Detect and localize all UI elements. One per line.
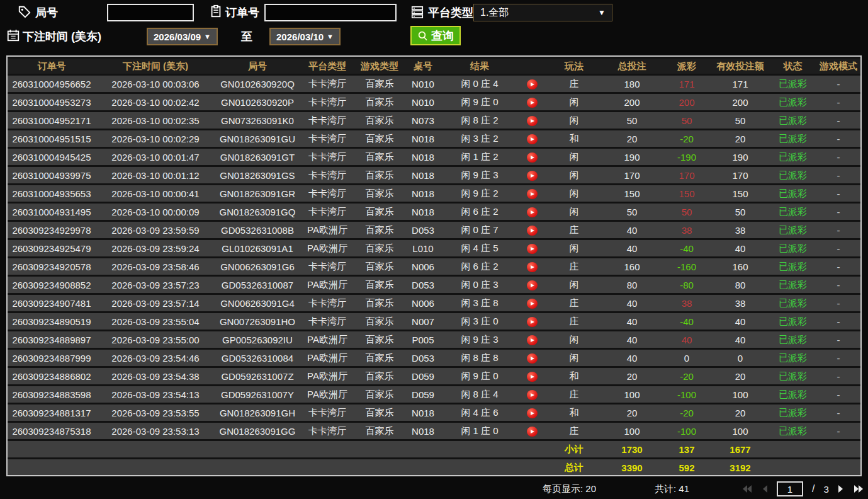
cell-table-no: N018: [404, 167, 442, 183]
cell-game-mode: -: [816, 185, 860, 202]
table-row[interactable]: 260309234908852 2026-03-09 23:57:23 GD05…: [8, 277, 860, 293]
cell-payout: -40: [662, 313, 711, 330]
cell-order-no: 260309234881317: [8, 404, 96, 421]
table-row[interactable]: 260310004939975 2026-03-10 00:01:12 GN01…: [8, 167, 860, 183]
play-video-icon[interactable]: [527, 280, 538, 290]
cell-table-no: N018: [404, 204, 442, 220]
cell-result: 闲 0 庄 4: [442, 76, 517, 92]
next-page-icon[interactable]: [838, 485, 844, 493]
play-video-icon[interactable]: [527, 335, 538, 345]
cell-status: 已派彩: [769, 204, 816, 220]
cell-payout: 38: [662, 222, 711, 238]
cell-platform: 卡卡湾厅: [300, 76, 355, 92]
table-row[interactable]: 260310004945425 2026-03-10 00:01:47 GN01…: [8, 149, 860, 165]
play-video-icon[interactable]: [527, 226, 538, 236]
table-row[interactable]: 260309234925479 2026-03-09 23:59:24 GL01…: [8, 240, 860, 256]
table-row[interactable]: 260309234890519 2026-03-09 23:55:04 GN00…: [8, 313, 860, 330]
cell-play-type: 庄: [546, 258, 602, 275]
play-video-icon[interactable]: [527, 353, 538, 364]
play-video-icon[interactable]: [527, 317, 538, 327]
cell-valid-bet: 170: [711, 167, 769, 183]
cell-platform: 卡卡湾厅: [300, 149, 355, 165]
play-video-icon[interactable]: [527, 171, 538, 181]
table-row[interactable]: 260309234907481 2026-03-09 23:57:14 GN00…: [8, 295, 860, 311]
column-header: 结果: [442, 59, 517, 74]
play-video-icon[interactable]: [527, 262, 538, 272]
cell-payout: 150: [662, 185, 711, 202]
table-row[interactable]: 260309234929978 2026-03-09 23:59:59 GD05…: [8, 222, 860, 238]
table-row[interactable]: 260309234886802 2026-03-09 23:54:38 GD05…: [8, 368, 860, 384]
table-row[interactable]: 260309234887999 2026-03-09 23:54:46 GD05…: [8, 350, 860, 366]
chevron-down-icon: ▼: [327, 33, 334, 40]
date-from-picker[interactable]: 2026/03/09 ▼: [147, 28, 218, 45]
table-row[interactable]: 260310004952171 2026-03-10 00:02:35 GN07…: [8, 112, 860, 129]
table-row[interactable]: 260309234881317 2026-03-09 23:53:55 GN01…: [8, 404, 860, 421]
game-no-input[interactable]: [107, 4, 194, 21]
order-no-input[interactable]: [264, 4, 397, 21]
cell-result: 闲 4 庄 6: [442, 404, 517, 421]
table-row[interactable]: 260309234920578 2026-03-09 23:58:46 GN00…: [8, 258, 860, 275]
table-row[interactable]: 260310004956652 2026-03-10 00:03:06 GN01…: [8, 76, 860, 92]
cell-table-no: D053: [404, 350, 442, 366]
cell-valid-bet: 100: [711, 423, 769, 439]
query-button[interactable]: 查询: [410, 26, 461, 45]
column-header: 桌号: [404, 59, 442, 74]
play-video-icon[interactable]: [527, 390, 538, 400]
game-no-label: 局号: [35, 5, 58, 20]
play-video-icon[interactable]: [527, 372, 538, 382]
platform-type-select[interactable]: 1.全部 ▼: [473, 4, 612, 21]
total-row: 总计 3390 592 3192: [8, 459, 860, 476]
cell-play-type: 闲: [546, 112, 602, 129]
cell-total-bet: 160: [602, 258, 662, 275]
date-to-picker[interactable]: 2026/03/10 ▼: [269, 28, 341, 45]
play-video-icon[interactable]: [527, 408, 538, 418]
table-row[interactable]: 260310004953273 2026-03-10 00:02:42 GN01…: [8, 94, 860, 110]
first-page-icon[interactable]: [741, 485, 753, 493]
play-video-icon[interactable]: [527, 299, 538, 309]
play-video-icon[interactable]: [527, 189, 538, 199]
table-row[interactable]: 260309234889897 2026-03-09 23:55:00 GP00…: [8, 331, 860, 348]
cell-game-no: GN018263091GU: [215, 130, 300, 147]
cell-status: 已派彩: [769, 423, 816, 439]
play-video-icon[interactable]: [527, 134, 538, 144]
cell-bet-time: 2026-03-09 23:54:38: [96, 368, 215, 384]
play-video-icon[interactable]: [527, 427, 538, 437]
cell-replay: [517, 295, 546, 311]
table-row[interactable]: 260310004935653 2026-03-10 00:00:41 GN01…: [8, 185, 860, 202]
cell-replay: [517, 112, 546, 129]
cell-game-mode: -: [816, 404, 860, 421]
play-video-icon[interactable]: [527, 244, 538, 254]
cell-game-mode: -: [816, 331, 860, 348]
page-input[interactable]: [777, 481, 803, 496]
cell-play-type: 和: [546, 130, 602, 147]
cell-game-type: 百家乐: [355, 222, 404, 238]
total-count-label: 共计:: [655, 483, 676, 494]
cell-replay: [517, 404, 546, 421]
filter-bar: 局号 订单号 平台类型 1.全部 ▼ 下注时间 (: [0, 0, 868, 55]
play-video-icon[interactable]: [527, 207, 538, 217]
cell-game-no: GN073263091K0: [215, 112, 300, 129]
table-row[interactable]: 260310004931495 2026-03-10 00:00:09 GN01…: [8, 204, 860, 220]
cell-result: 闲 6 庄 2: [442, 258, 517, 275]
play-video-icon[interactable]: [527, 152, 538, 163]
cell-replay: [517, 331, 546, 348]
cell-bet-time: 2026-03-10 00:00:09: [96, 204, 215, 220]
play-video-icon[interactable]: [527, 98, 538, 108]
play-video-icon[interactable]: [527, 79, 538, 89]
per-page-value: 20: [585, 483, 596, 494]
play-video-icon[interactable]: [527, 116, 538, 126]
table-row[interactable]: 260310004951515 2026-03-10 00:02:29 GN01…: [8, 130, 860, 147]
column-header: 订单号: [8, 59, 96, 74]
cell-replay: [517, 185, 546, 202]
cell-result: 闲 8 庄 4: [442, 386, 517, 403]
cell-game-type: 百家乐: [355, 167, 404, 183]
cell-game-no: GN018263091GH: [215, 404, 300, 421]
cell-platform: PA欧洲厅: [300, 331, 355, 348]
table-row[interactable]: 260309234875318 2026-03-09 23:53:13 GN01…: [8, 423, 860, 439]
cell-platform: 卡卡湾厅: [300, 258, 355, 275]
cell-order-no: 260309234883598: [8, 386, 96, 403]
cell-game-type: 百家乐: [355, 404, 404, 421]
table-row[interactable]: 260309234883598 2026-03-09 23:54:13 GD05…: [8, 386, 860, 403]
last-page-icon[interactable]: [853, 485, 864, 493]
prev-page-icon[interactable]: [762, 485, 768, 493]
